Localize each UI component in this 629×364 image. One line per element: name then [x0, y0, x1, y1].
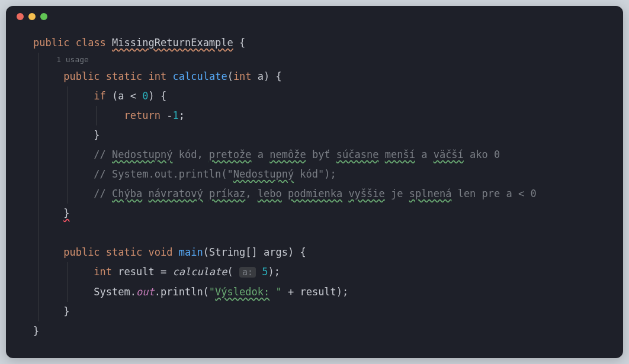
code-line: int result = calculate( a: 5); — [6, 262, 623, 282]
param-name: a — [252, 70, 264, 82]
method-name: calculate — [173, 70, 227, 82]
titlebar — [6, 6, 623, 27]
code-line: public static int calculate(int a) { — [6, 67, 623, 86]
code-line: } — [6, 204, 623, 223]
keyword-void: void — [149, 246, 173, 258]
keyword-static: static — [106, 246, 142, 258]
paren: ( — [227, 70, 233, 82]
code-line — [6, 223, 623, 243]
code-editor[interactable]: public class MissingReturnExample { 1 us… — [6, 27, 623, 341]
code-line: // System.out.println("Nedostupný kód"); — [6, 165, 623, 184]
code-line: } — [6, 321, 623, 341]
code-line: if (a < 0) { — [6, 86, 623, 106]
keyword-static: static — [106, 70, 142, 82]
maximize-icon[interactable] — [40, 13, 47, 20]
param-hint: a: — [239, 267, 256, 278]
variable: result = — [112, 266, 172, 278]
keyword-int: int — [233, 70, 252, 82]
comment: // Nedostupný kód, pretože a nemôže byť … — [94, 149, 500, 160]
keyword-return: return — [124, 109, 161, 121]
class-name: MissingReturnExample — [112, 37, 233, 49]
paren: ) — [264, 70, 269, 82]
params: (String[] args) — [203, 246, 300, 258]
string-literal: "Výsledok: " — [209, 286, 282, 298]
code-line: // Chýba návratový príkaz, lebo podmienk… — [6, 184, 623, 204]
code-line: } — [6, 125, 623, 145]
number-literal: 5 — [262, 266, 268, 278]
brace: { — [300, 246, 306, 258]
code-line: // Nedostupný kód, pretože a nemôže byť … — [6, 145, 623, 165]
brace: } — [94, 129, 100, 141]
close-icon[interactable] — [17, 13, 24, 20]
brace: { — [269, 70, 281, 82]
keyword-public: public — [33, 37, 69, 49]
code-line: } — [6, 302, 623, 321]
keyword-if: if — [94, 90, 105, 102]
brace: } — [33, 325, 39, 337]
code-line: public static void main(String[] args) { — [6, 243, 623, 262]
comment: // Chýba návratový príkaz, lebo podmienk… — [94, 188, 536, 199]
brace: { — [233, 37, 245, 49]
usage-count: 1 usage — [56, 55, 89, 64]
method-call: calculate — [172, 266, 227, 278]
number-literal: 1 — [172, 109, 178, 121]
editor-window: public class MissingReturnExample { 1 us… — [6, 6, 623, 358]
paren: ) — [149, 90, 161, 102]
minimize-icon[interactable] — [28, 13, 36, 20]
code-line: System.out.println("Výsledok: " + result… — [6, 282, 623, 302]
code-line: return -1; — [6, 106, 623, 125]
class-ref: System. — [94, 286, 136, 298]
brace-error: } — [63, 207, 69, 219]
method-call: .println( — [155, 286, 209, 298]
keyword-public: public — [63, 70, 100, 82]
condition: (a < — [106, 90, 142, 102]
number-literal: 0 — [142, 90, 148, 102]
keyword-public: public — [63, 246, 100, 258]
keyword-int: int — [94, 266, 112, 278]
keyword-int: int — [149, 70, 167, 82]
usage-hint[interactable]: 1 usage — [6, 53, 623, 67]
code-line: public class MissingReturnExample { — [6, 33, 623, 53]
expr: + result); — [282, 286, 349, 298]
method-name: main — [179, 246, 203, 258]
operator: - — [166, 109, 172, 121]
comment: // System.out.println("Nedostupný kód"); — [94, 168, 336, 180]
paren: ( — [227, 266, 239, 278]
brace: { — [161, 90, 166, 102]
keyword-class: class — [76, 37, 106, 49]
field-ref: out — [136, 286, 155, 298]
paren: ); — [268, 266, 280, 278]
semicolon: ; — [179, 109, 185, 121]
brace: } — [63, 305, 69, 317]
